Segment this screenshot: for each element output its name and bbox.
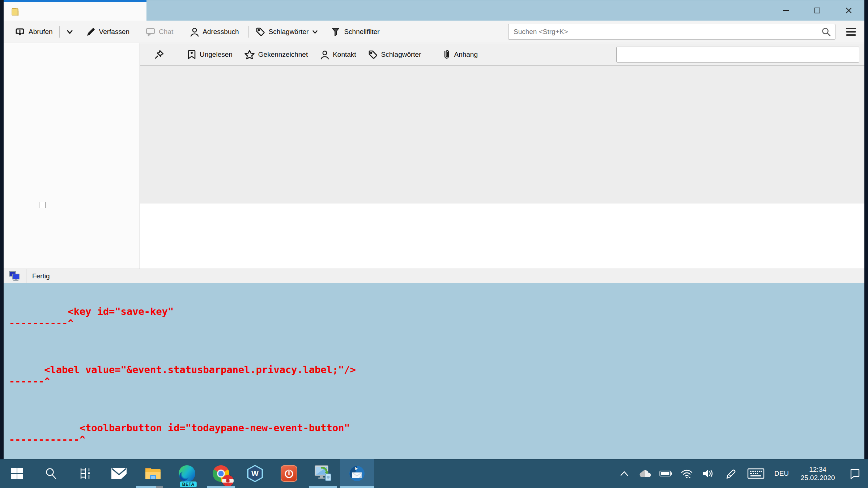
volume-tray-icon[interactable] xyxy=(697,459,719,488)
mail-toolbar: Abrufen Verfassen Chat Adressbuch xyxy=(4,21,864,43)
minimize-button[interactable] xyxy=(770,0,801,21)
monitor-installer-icon xyxy=(314,465,332,482)
chrome-button[interactable] xyxy=(204,459,238,488)
clock[interactable]: 12:34 25.02.2020 xyxy=(793,459,842,488)
windscribe-icon: W xyxy=(247,465,263,482)
power-app-icon xyxy=(281,465,297,482)
running-indicator xyxy=(136,486,156,488)
task-view-icon xyxy=(78,467,92,480)
filter-sticky-button[interactable] xyxy=(150,47,169,62)
funnel-icon xyxy=(331,27,341,37)
file-explorer-button[interactable] xyxy=(136,459,170,488)
chat-button[interactable]: Chat xyxy=(142,25,177,39)
download-icon xyxy=(14,26,25,37)
running-indicator xyxy=(309,486,337,488)
task-view-button[interactable] xyxy=(68,459,102,488)
paperclip-icon xyxy=(442,49,451,60)
mail-app-button[interactable] xyxy=(102,459,136,488)
pencil-icon xyxy=(86,27,96,37)
chevron-up-icon xyxy=(620,470,629,477)
toolbar-separator xyxy=(248,26,249,38)
maximize-button[interactable] xyxy=(801,0,833,21)
status-text: Fertig xyxy=(32,272,50,280)
wifi-icon xyxy=(680,468,693,479)
filter-text-input[interactable] xyxy=(616,47,859,63)
quick-filter-bar: Ungelesen Gekennzeichnet Kontakt Schlagw… xyxy=(140,43,864,66)
quick-filter-label: Schnellfilter xyxy=(344,28,379,36)
address-book-label: Adressbuch xyxy=(203,28,239,36)
get-messages-dropdown[interactable] xyxy=(63,26,77,38)
address-book-button[interactable]: Adressbuch xyxy=(186,25,242,39)
filter-contact-label: Kontakt xyxy=(333,51,356,59)
filterbar-separator xyxy=(176,48,176,61)
hamburger-icon xyxy=(846,28,856,29)
pushpin-icon xyxy=(154,49,165,60)
filter-unread-label: Ungelesen xyxy=(200,51,233,59)
running-indicator xyxy=(207,486,235,488)
thunderbird-icon xyxy=(348,465,366,482)
write-button[interactable]: Verfassen xyxy=(82,25,133,39)
star-icon xyxy=(244,50,255,60)
search-input[interactable] xyxy=(508,24,835,40)
tags-button[interactable]: Schlagwörter xyxy=(252,25,322,39)
person-icon xyxy=(189,27,199,37)
system-tray: DEU 12:34 25.02.2020 xyxy=(614,459,868,488)
search-icon[interactable] xyxy=(821,27,831,37)
get-messages-label: Abrufen xyxy=(29,28,53,36)
folder-pane xyxy=(4,43,140,269)
filter-starred-label: Gekennzeichnet xyxy=(258,51,308,59)
chevron-down-icon xyxy=(312,29,318,35)
network-monitors-icon xyxy=(9,271,21,282)
tag-icon xyxy=(255,27,265,37)
folder-tab-icon xyxy=(10,5,22,17)
windows-logo-icon xyxy=(10,467,24,480)
app-menu-button[interactable] xyxy=(845,26,857,37)
filter-tags-button[interactable]: Schlagwörter xyxy=(363,47,426,62)
file-explorer-icon xyxy=(144,466,162,481)
edge-beta-button[interactable]: BETA xyxy=(170,459,204,488)
running-indicator xyxy=(156,486,163,488)
running-indicator xyxy=(340,486,374,488)
keyboard-icon xyxy=(747,468,765,479)
global-search xyxy=(508,24,835,40)
pen-tray-icon[interactable] xyxy=(719,459,742,488)
notification-icon xyxy=(849,468,861,479)
person-icon xyxy=(319,50,329,60)
onedrive-tray-icon[interactable] xyxy=(634,459,655,488)
search-icon xyxy=(44,467,58,480)
touch-keyboard-tray-icon[interactable] xyxy=(742,459,770,488)
tags-label: Schlagwörter xyxy=(269,28,309,36)
wifi-tray-icon[interactable] xyxy=(676,459,697,488)
thread-pane[interactable] xyxy=(140,66,864,204)
close-button[interactable] xyxy=(833,0,864,21)
edge-beta-badge: BETA xyxy=(180,481,197,487)
statusbar-separator xyxy=(26,269,26,283)
filter-starred-button[interactable]: Gekennzeichnet xyxy=(240,47,312,62)
folder-pane-checkbox[interactable] xyxy=(39,202,46,208)
close-icon xyxy=(844,6,853,15)
filter-unread-button[interactable]: Ungelesen xyxy=(183,47,237,62)
power-app-button[interactable] xyxy=(272,459,306,488)
quick-filter-button[interactable]: Schnellfilter xyxy=(327,25,383,39)
clock-time: 12:34 xyxy=(809,465,826,474)
xml-error-text: <key id="save-key" ----------^ <label va… xyxy=(9,306,356,445)
filter-contact-button[interactable]: Kontakt xyxy=(315,47,360,62)
action-center-button[interactable] xyxy=(842,459,868,488)
remote-install-app-button[interactable] xyxy=(306,459,340,488)
windscribe-button[interactable]: W xyxy=(238,459,272,488)
minimize-icon xyxy=(782,6,790,15)
edge-icon xyxy=(179,465,195,482)
mail-tab[interactable] xyxy=(4,0,146,21)
tray-overflow-button[interactable] xyxy=(614,459,634,488)
filter-attachment-button[interactable]: Anhang xyxy=(438,47,482,62)
thunderbird-window: Abrufen Verfassen Chat Adressbuch xyxy=(4,0,864,459)
get-messages-button[interactable]: Abrufen xyxy=(11,24,56,39)
speaker-icon xyxy=(702,468,714,479)
battery-tray-icon[interactable] xyxy=(655,459,676,488)
language-indicator[interactable]: DEU xyxy=(770,459,793,488)
taskbar-search-button[interactable] xyxy=(34,459,68,488)
start-button[interactable] xyxy=(0,459,34,488)
cloud-icon xyxy=(638,469,652,478)
thunderbird-button[interactable] xyxy=(340,459,374,488)
chat-label: Chat xyxy=(159,28,173,36)
